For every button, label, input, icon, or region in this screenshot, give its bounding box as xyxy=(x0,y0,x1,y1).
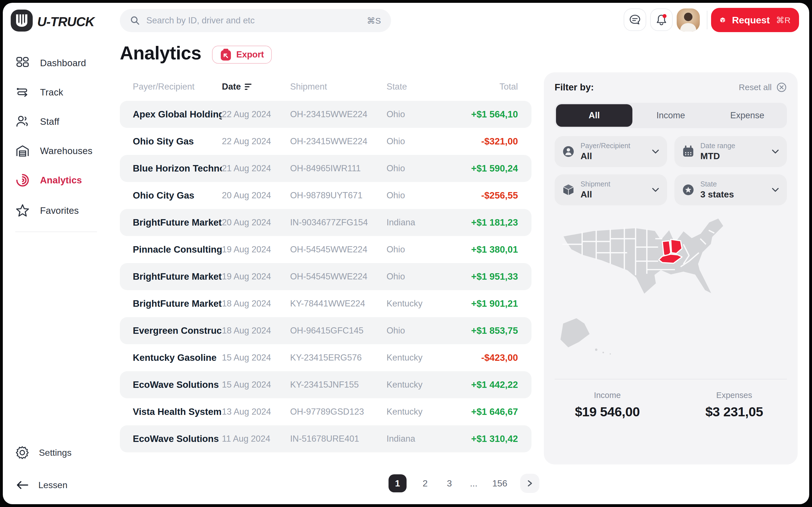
cell-date: 20 Aug 2024 xyxy=(222,190,290,201)
col-shipment[interactable]: Shipment xyxy=(290,82,387,92)
filter-dropdown[interactable]: Shipment All xyxy=(555,174,667,205)
cell-state: Ohio xyxy=(387,163,452,173)
filter-dropdown[interactable]: Payer/Recipient All xyxy=(555,136,667,167)
table-row[interactable]: Pinnacle Consulting 19 Aug 2024 OH-54545… xyxy=(120,236,531,263)
app-window: U-TRUCK Search by ID, driver and etc ⌘S xyxy=(3,3,809,504)
avatar[interactable] xyxy=(677,8,700,32)
star-icon xyxy=(15,203,30,218)
page-number[interactable]: ... xyxy=(468,478,479,489)
sidebar-item-dashboard[interactable]: Dashboard xyxy=(15,54,86,72)
expenses-value: $3 231,05 xyxy=(671,404,798,419)
expenses-label: Expenses xyxy=(671,391,798,400)
cell-shipment: KY-23415ERG576 xyxy=(290,353,387,363)
col-payer[interactable]: Payer/Recipient xyxy=(120,82,222,92)
cell-total: +$1 646,67 xyxy=(452,406,531,417)
cell-state: Indiana xyxy=(387,434,452,444)
table-row[interactable]: EcoWave Solutions 15 Aug 2024 KY-23415JN… xyxy=(120,371,531,398)
cell-date: 19 Aug 2024 xyxy=(222,244,290,255)
pagination: 1 2 3 ... 156 xyxy=(389,474,539,493)
table-row[interactable]: Apex Global Holdings 22 Aug 2024 OH-2341… xyxy=(120,101,531,128)
cell-payer: BrightFuture Marketi… xyxy=(120,271,222,282)
table-row[interactable]: Blue Horizon Technol… 21 Aug 2024 OH-849… xyxy=(120,155,531,182)
cell-payer: EcoWave Solutions xyxy=(120,434,222,444)
cell-shipment: OH-23415WWE224 xyxy=(290,136,387,147)
sidebar-item-settings[interactable]: Settings xyxy=(15,446,71,460)
reset-circle-x-icon xyxy=(776,82,787,93)
col-total[interactable]: Total xyxy=(452,82,531,92)
col-date-sort[interactable]: Date xyxy=(222,82,290,92)
cell-shipment: OH-97789GSD123 xyxy=(290,407,387,417)
arrow-left-icon xyxy=(15,480,29,491)
export-button[interactable]: Export xyxy=(212,46,272,64)
chevron-down-icon xyxy=(651,187,660,193)
table-row[interactable]: BrightFuture Marketi… 20 Aug 2024 IN-903… xyxy=(120,209,531,236)
filter-tab[interactable]: All xyxy=(556,104,632,127)
sidebar-item-staff[interactable]: Staff xyxy=(15,113,59,131)
page-number[interactable]: 2 xyxy=(419,478,431,489)
export-label: Export xyxy=(236,50,264,60)
sidebar-item-track[interactable]: Track xyxy=(15,83,63,101)
page-number[interactable]: 3 xyxy=(444,478,455,489)
topbar-divider xyxy=(707,11,707,29)
cell-state: Ohio xyxy=(387,326,452,336)
summary: Income $19 546,00 Expenses $3 231,05 xyxy=(544,391,798,419)
alaska-shape xyxy=(560,318,591,348)
cell-total: +$1 853,75 xyxy=(452,325,531,336)
reset-all-button[interactable]: Reset all xyxy=(739,82,787,93)
sidebar-collapse-button[interactable]: Lessen xyxy=(15,480,67,491)
cell-state: Kentucky xyxy=(387,380,452,390)
cell-shipment: KY-78441WWE224 xyxy=(290,298,387,309)
cell-total: +$1 442,22 xyxy=(452,379,531,390)
table-row[interactable]: BrightFuture Marketi… 19 Aug 2024 OH-545… xyxy=(120,263,531,290)
filter-tab[interactable]: Income xyxy=(632,104,709,127)
cell-state: Ohio xyxy=(387,272,452,282)
page-number[interactable]: 1 xyxy=(389,474,407,492)
cell-date: 20 Aug 2024 xyxy=(222,217,290,228)
col-state[interactable]: State xyxy=(387,82,452,92)
cell-total: +$1 181,23 xyxy=(452,217,531,228)
cell-payer: Evergreen Constructi… xyxy=(120,325,222,336)
page-numbers: 1 2 3 ... 156 xyxy=(389,474,507,492)
table-row[interactable]: EcoWave Solutions 11 Aug 2024 IN-51678UR… xyxy=(120,425,531,452)
cell-total: +$1 564,10 xyxy=(452,109,531,120)
sort-icon xyxy=(245,83,252,90)
request-shortcut: ⌘R xyxy=(776,15,791,25)
cell-state: Kentucky xyxy=(387,298,452,309)
request-button[interactable]: Request ⌘R xyxy=(711,8,799,32)
cell-state: Ohio xyxy=(387,136,452,147)
search-input[interactable]: Search by ID, driver and etc ⌘S xyxy=(120,9,391,32)
us-states-map[interactable] xyxy=(554,205,788,362)
cell-payer: Ohio Sity Gas xyxy=(120,136,222,147)
notification-badge xyxy=(663,14,666,18)
filter-tab[interactable]: Expense xyxy=(709,104,785,127)
sidebar-item-analytics[interactable]: Analytics xyxy=(15,171,82,189)
notifications-button[interactable] xyxy=(650,8,673,31)
cell-payer: Ohio City Gas xyxy=(120,190,222,201)
cell-date: 21 Aug 2024 xyxy=(222,163,290,173)
app-logo xyxy=(11,10,33,32)
cell-shipment: OH-96415GFC145 xyxy=(290,326,387,336)
table-row[interactable]: BrightFuture Marketi… 18 Aug 2024 KY-784… xyxy=(120,290,531,317)
filter-dropdown[interactable]: State 3 states xyxy=(674,174,787,205)
cell-total: +$1 951,33 xyxy=(452,271,531,282)
bell-icon xyxy=(655,13,668,26)
cell-shipment: IN-51678URE401 xyxy=(290,434,387,444)
table-row[interactable]: Ohio Sity Gas 22 Aug 2024 OH-23415WWE224… xyxy=(120,128,531,155)
sidebar-item-favorites[interactable]: Favorites xyxy=(15,202,79,220)
table-row[interactable]: Vista Health Systems 13 Aug 2024 OH-9778… xyxy=(120,398,531,425)
transactions-table: Apex Global Holdings 22 Aug 2024 OH-2341… xyxy=(120,101,531,452)
cell-shipment: OH-23415WWE224 xyxy=(290,109,387,119)
table-row[interactable]: Evergreen Constructi… 18 Aug 2024 OH-964… xyxy=(120,317,531,344)
cell-shipment: OH-54545WWE224 xyxy=(290,244,387,255)
table-row[interactable]: Ohio City Gas 20 Aug 2024 OH-98789UYT671… xyxy=(120,182,531,209)
messages-button[interactable] xyxy=(624,8,646,31)
next-page-button[interactable] xyxy=(520,474,539,493)
page-number[interactable]: 156 xyxy=(492,478,507,489)
export-icon xyxy=(220,48,232,61)
table-row[interactable]: Kentucky Gasoline 15 Aug 2024 KY-23415ER… xyxy=(120,344,531,371)
sidebar-item-warehouses[interactable]: Warehouses xyxy=(15,142,93,160)
cell-shipment: OH-98789UYT671 xyxy=(290,190,387,201)
cell-state: Indiana xyxy=(387,217,452,228)
filter-dropdown[interactable]: Date range MTD xyxy=(674,136,787,167)
cell-total: +$1 590,24 xyxy=(452,163,531,174)
